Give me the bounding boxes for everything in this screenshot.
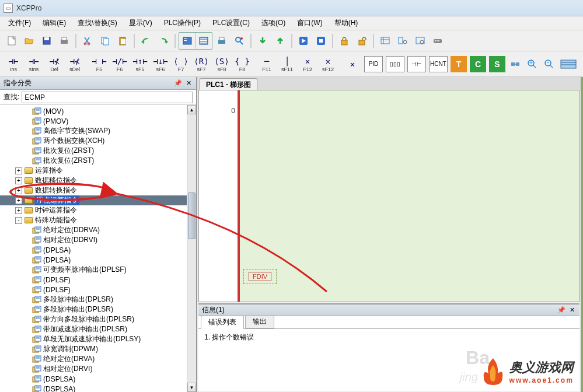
- instruction-tree[interactable]: (MOV)(PMOV)高低字节交换(SWAP)两个数据交换(XCH)批次复位(Z…: [0, 105, 196, 392]
- ladder-tool-sF11[interactable]: │sF11: [277, 53, 297, 75]
- tree-leaf[interactable]: 相对定位(DRVI): [0, 364, 196, 374]
- ladder-tool-F7[interactable]: ⟨ ⟩F7: [171, 53, 191, 75]
- link-button[interactable]: [507, 56, 523, 72]
- tree-leaf[interactable]: 高低字节交换(SWAP): [0, 126, 196, 136]
- menu-item[interactable]: 文件(F): [2, 16, 37, 30]
- tree-leaf[interactable]: (DSPLSA): [0, 374, 196, 384]
- info-tab-0[interactable]: 错误列表: [201, 316, 244, 329]
- scroll-thumb[interactable]: [188, 192, 196, 239]
- tree-leaf[interactable]: (DPLSA): [0, 255, 196, 265]
- expander-icon[interactable]: +: [15, 177, 22, 184]
- paste-button[interactable]: [114, 33, 131, 49]
- tree-category[interactable]: +数据转换指令: [0, 186, 196, 195]
- ladder-tool-F11[interactable]: ─F11: [257, 53, 277, 75]
- monitor2-button[interactable]: [395, 33, 411, 49]
- cut-button[interactable]: [79, 33, 96, 49]
- print2-button[interactable]: [214, 33, 230, 49]
- view-mode2-button[interactable]: [196, 33, 212, 49]
- ladder-instruction-block[interactable]: FDIV: [243, 269, 277, 284]
- ladder-tool-F8[interactable]: { }F8: [232, 53, 252, 75]
- tree-leaf[interactable]: (DPLSF): [0, 275, 196, 285]
- tree-category[interactable]: +数据移位指令: [0, 176, 196, 186]
- pin-icon[interactable]: 📌: [174, 79, 182, 88]
- tree-leaf[interactable]: (DPLSF): [0, 285, 196, 295]
- square-S[interactable]: S: [489, 56, 505, 72]
- editor-tab[interactable]: PLC1 - 梯形图: [200, 78, 257, 90]
- menu-item[interactable]: 窗口(W): [291, 16, 328, 30]
- save-button[interactable]: [39, 33, 55, 49]
- unlock-button[interactable]: [354, 33, 370, 49]
- tree-leaf[interactable]: 两个数据交换(XCH): [0, 136, 196, 146]
- ladder-tool-sF7[interactable]: ⟨R⟩sF7: [191, 53, 211, 75]
- stop-button[interactable]: [313, 33, 329, 49]
- tree-leaf[interactable]: 批次复位(ZRST): [0, 146, 196, 156]
- ladder-editor[interactable]: 0 FDIV: [198, 90, 579, 302]
- lock-button[interactable]: [336, 33, 352, 49]
- tree-leaf[interactable]: 绝对定位(DDRVA): [0, 225, 196, 235]
- ladder-tool-sF5[interactable]: ⊣↑⊢sF5: [130, 53, 150, 75]
- info-close-icon[interactable]: ✕: [568, 306, 576, 314]
- tree-leaf[interactable]: 多段脉冲输出(DPLSR): [0, 295, 196, 304]
- expander-icon[interactable]: -: [15, 217, 22, 224]
- ladder-tool-F5[interactable]: ⊣ ⊢F5: [89, 53, 109, 75]
- ladder-tool-Del[interactable]: ⊣⊀Del: [44, 53, 64, 75]
- tree-scrollbar[interactable]: ▲ ▼: [187, 105, 196, 392]
- ladder-view-button[interactable]: [558, 56, 579, 72]
- ladder-tool-sDel[interactable]: ⊣⊀sDel: [65, 53, 85, 75]
- ladder-tool-x[interactable]: ✕: [343, 53, 362, 75]
- tree-category[interactable]: +时钟运算指令: [0, 205, 196, 215]
- menu-item[interactable]: PLC设置(C): [207, 16, 256, 30]
- ladder-tool-F12[interactable]: ✕F12: [298, 53, 317, 75]
- menu-item[interactable]: PLC操作(P): [158, 16, 207, 30]
- scroll-up-button[interactable]: ▲: [187, 105, 196, 114]
- upload-button[interactable]: [272, 33, 288, 49]
- square-T[interactable]: T: [451, 56, 467, 72]
- tree-leaf[interactable]: (MOV): [0, 106, 196, 116]
- search-tool-button[interactable]: [231, 33, 247, 49]
- expander-icon[interactable]: +: [15, 167, 22, 174]
- expander-icon[interactable]: +: [15, 197, 22, 204]
- tree-leaf[interactable]: (DSPLSA): [0, 384, 196, 392]
- open-file-button[interactable]: [21, 33, 37, 49]
- func-▯▯▯[interactable]: ▯▯▯: [386, 56, 404, 72]
- ladder-tool-F6[interactable]: ⊣/⊢F6: [110, 53, 130, 75]
- tree-leaf[interactable]: 批次复位(ZRST): [0, 156, 196, 166]
- square-C[interactable]: C: [470, 56, 486, 72]
- tree-leaf[interactable]: 可变频率脉冲输出(DPLSF): [0, 265, 196, 275]
- ladder-tool-sF12[interactable]: ✕sF12: [318, 53, 338, 75]
- tree-category[interactable]: +运算指令: [0, 166, 196, 176]
- tree-leaf[interactable]: 绝对定位(DRVA): [0, 354, 196, 364]
- func-HCNT[interactable]: HCNT: [429, 56, 448, 72]
- tree-category[interactable]: -特殊功能指令: [0, 215, 196, 225]
- undo-button[interactable]: [138, 33, 154, 49]
- tree-leaf[interactable]: 脉宽调制(DPWM): [0, 344, 196, 354]
- monitor3-button[interactable]: [412, 33, 428, 49]
- menu-item[interactable]: 帮助(H): [329, 16, 364, 30]
- ladder-canvas[interactable]: [240, 90, 579, 302]
- info-tab-1[interactable]: 输出: [245, 315, 274, 328]
- tree-category[interactable]: +浮点运算指令: [0, 195, 196, 205]
- serial-button[interactable]: [430, 33, 446, 49]
- ladder-tool-sIns[interactable]: ⊣⊢sIns: [24, 53, 44, 75]
- new-file-button[interactable]: [4, 33, 20, 49]
- tree-leaf[interactable]: (DPLSA): [0, 245, 196, 255]
- monitor1-button[interactable]: [377, 33, 393, 49]
- menu-item[interactable]: 显示(V): [123, 16, 158, 30]
- func-PID[interactable]: PID: [364, 56, 383, 72]
- expander-icon[interactable]: +: [15, 187, 22, 194]
- tree-leaf[interactable]: 带加减速脉冲输出(DPLSR): [0, 324, 196, 334]
- tree-leaf[interactable]: 单段无加减速脉冲输出(DPLSY): [0, 334, 196, 344]
- copy-button[interactable]: [97, 33, 113, 49]
- ladder-tool-sF6[interactable]: ⊣↓⊢sF6: [151, 53, 170, 75]
- info-pin-icon[interactable]: 📌: [557, 306, 565, 314]
- redo-button[interactable]: [155, 33, 172, 49]
- search-input[interactable]: [22, 92, 193, 103]
- tree-leaf[interactable]: 带方向多段脉冲输出(DPLSR): [0, 314, 196, 324]
- func-⊣⊢[interactable]: ⊣⊢: [407, 56, 426, 72]
- expander-icon[interactable]: +: [15, 207, 22, 214]
- tree-leaf[interactable]: 相对定位(DDRVI): [0, 235, 196, 245]
- tree-leaf[interactable]: (PMOV): [0, 116, 196, 126]
- zoom-out-button[interactable]: -: [541, 56, 557, 72]
- print-button[interactable]: [56, 33, 72, 49]
- download-button[interactable]: [254, 33, 271, 49]
